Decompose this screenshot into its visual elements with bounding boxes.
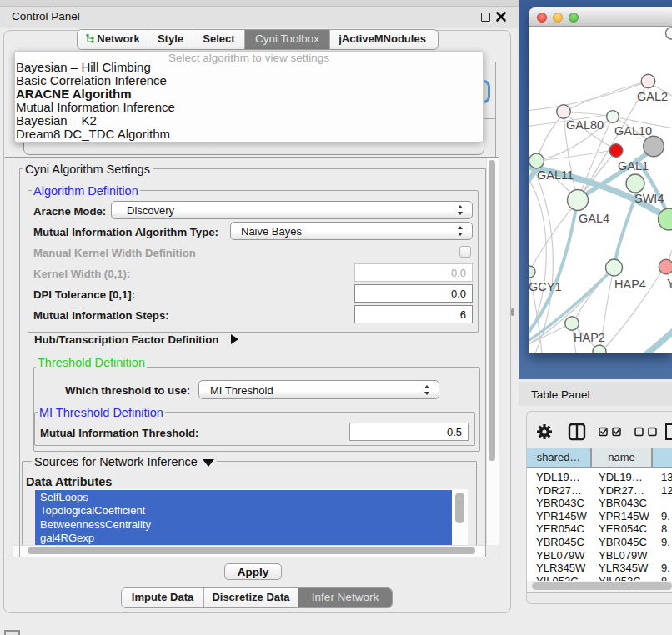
svg-text:HAP4: HAP4 bbox=[614, 278, 646, 291]
svg-text:GAL2: GAL2 bbox=[637, 90, 668, 103]
svg-text:GAL4: GAL4 bbox=[579, 212, 609, 225]
svg-text:GAL10: GAL10 bbox=[614, 124, 652, 138]
svg-text:SWI4: SWI4 bbox=[634, 192, 664, 205]
svg-text:GAL1: GAL1 bbox=[618, 159, 649, 172]
svg-text:GCY1: GCY1 bbox=[529, 280, 562, 293]
svg-text:HAP2: HAP2 bbox=[574, 331, 605, 344]
svg-text:Y: Y bbox=[667, 277, 672, 290]
svg-text:GAL11: GAL11 bbox=[537, 168, 574, 182]
svg-text:GAL80: GAL80 bbox=[566, 118, 604, 132]
